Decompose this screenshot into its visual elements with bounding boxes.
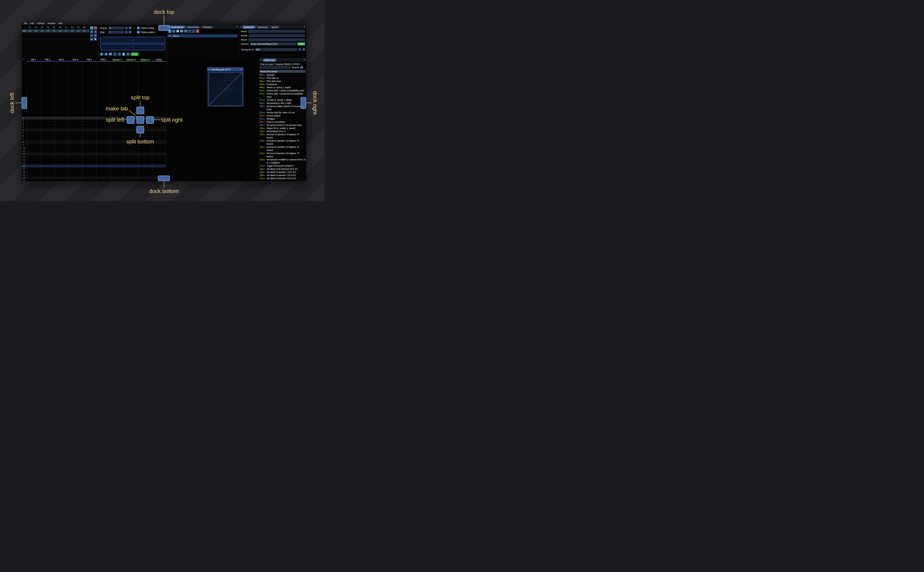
pattern-cell[interactable]: ... .. .. ... [69,132,83,134]
pattern-cell[interactable]: ... .. .. ... [55,138,69,140]
pattern-cell[interactable]: ... .. .. ... [41,159,55,161]
pattern-cell[interactable]: ... .. .. ... [124,159,138,161]
pattern-cell[interactable]: ... .. .. ... [82,150,96,152]
pattern-cell[interactable]: ... .. .. ... [26,168,41,170]
pattern-cell[interactable]: ... .. .. ... [26,147,41,149]
pattern-cell[interactable]: ... .. .. ... [26,171,41,173]
pattern-cell[interactable]: ... .. .. ... [110,153,124,155]
close-icon[interactable]: ✕ [304,59,305,61]
pattern-cell[interactable]: ... .. .. ... [96,159,110,161]
effect-list-menu-button[interactable]: ≡ [300,66,303,69]
pattern-cell[interactable]: ... .. .. ... [82,180,96,181]
split-target-top[interactable] [136,107,144,114]
order-edit-mode-button[interactable] [94,37,97,41]
octave-decrease-button[interactable]: - [125,26,128,29]
pattern-cell[interactable]: ... .. .. ... [110,156,124,158]
pattern-cell[interactable]: ... .. .. ... [96,180,110,181]
order-cell[interactable]: 00 [39,30,45,32]
pattern-cell[interactable]: ... .. .. ... [138,171,152,173]
pattern-cell[interactable]: ... .. .. ... [82,138,96,140]
pattern-cell[interactable]: ... .. .. ... [110,165,124,167]
tab-song-info[interactable]: Song Info [242,25,256,29]
order-cell[interactable]: 00 [69,30,75,32]
pattern-cell[interactable]: ... .. .. ... [124,156,138,158]
pattern-cell[interactable]: ... .. .. ... [82,129,96,131]
pattern-cell[interactable]: ... .. .. ... [152,150,166,152]
pattern-cell[interactable]: ... .. .. ... [138,165,152,167]
pattern-cell[interactable]: ... .. .. ... [96,135,110,137]
pattern-cell[interactable]: ... .. .. ... [138,153,152,155]
pattern-cell[interactable]: ... .. .. ... [96,129,110,131]
pattern-cell[interactable]: ... .. .. ... [26,129,41,131]
pattern-cell[interactable]: ... .. .. ... [110,129,124,131]
pattern-cell[interactable]: ... .. .. ... [55,147,69,149]
song-author-input[interactable] [249,34,305,37]
menu-item-file[interactable]: file [23,22,29,25]
pattern-cell[interactable]: ... .. .. ... [26,144,41,146]
pattern-cell[interactable]: ... .. .. ... [110,132,124,134]
asset-routing-button[interactable] [184,30,187,33]
order-cell[interactable]: 00 [63,30,69,32]
duplicate-asset-button[interactable]: ⧉ [172,30,175,33]
pattern-cell[interactable]: ... .. .. ... [82,126,96,128]
channel-header-fm-4[interactable]: FM 4 [69,58,83,62]
pattern-cell[interactable]: ... .. .. ... [138,168,152,170]
pattern-cell[interactable]: ... .. .. ... [55,144,69,146]
pattern-cell[interactable]: ... .. .. ... [152,153,166,155]
pattern-cell[interactable]: ... .. .. ... [82,162,96,164]
dock-target-left[interactable] [22,97,27,109]
pattern-cell[interactable]: ... .. .. ... [26,120,41,122]
pattern-cell[interactable]: ... .. .. ... [96,165,110,167]
pattern-cell[interactable]: ... .. .. ... [96,144,110,146]
pattern-cell[interactable]: ... .. .. ... [82,135,96,137]
pattern-cell[interactable]: ... .. .. ... [69,174,83,176]
pattern-cell[interactable]: ... .. .. ... [41,165,55,167]
pattern-cell[interactable]: ... .. .. ... [96,156,110,158]
tab-list-icon[interactable]: ▾ [240,26,242,29]
pattern-cell[interactable]: ... .. .. ... [26,126,41,128]
channel-header-square-1[interactable]: Square 1 [110,58,124,62]
pattern-cell[interactable]: ... .. .. ... [26,177,41,179]
channel-header-square-3[interactable]: Square 3 [138,58,152,62]
pattern-cell[interactable]: ... .. .. ... [55,153,69,155]
pattern-cell[interactable]: ... .. .. ... [55,120,69,122]
song-name-input[interactable] [248,30,305,33]
collapse-icon[interactable]: ▼ [209,68,210,70]
pattern-cell[interactable]: ... .. .. ... [110,168,124,170]
pattern-cell[interactable]: ... .. .. ... [69,120,83,122]
pattern-cell[interactable]: ... .. .. ... [152,159,166,161]
split-target-right[interactable] [146,116,154,124]
pattern-cell[interactable]: ... .. .. ... [96,162,110,164]
pattern-cell[interactable]: ... .. .. ... [138,147,152,149]
pattern-cell[interactable]: ... .. .. ... [69,177,83,179]
pattern-cell[interactable]: ... .. .. ... [96,123,110,125]
dock-target-bottom[interactable] [158,176,170,181]
pattern-cell[interactable]: ... .. .. ... [124,153,138,155]
tuning-decrease-button[interactable]: - [298,48,301,51]
pattern-cell[interactable]: ... .. .. ... [138,162,152,164]
pattern-cell[interactable]: ... .. .. ... [41,123,55,125]
pattern-cell[interactable]: ... .. .. ... [55,180,69,181]
channel-header-fm-5[interactable]: FM 5 [82,58,96,62]
pattern-cell[interactable]: ... .. .. ... [110,159,124,161]
pattern-cell[interactable]: ... .. .. ... [69,171,83,173]
pattern-cell[interactable]: ... .. .. ... [41,180,55,181]
pattern-cell[interactable]: ... .. .. ... [26,153,41,155]
tab-speed[interactable]: Speed [270,25,280,29]
duplicate-order-button[interactable]: ⧉ [90,30,93,33]
pattern-cell[interactable]: ... .. .. ... [152,147,166,149]
pattern-cell[interactable]: ... .. .. ... [26,141,41,143]
channel-header-fm-2[interactable]: FM 2 [41,58,55,62]
oscilloscope-xy-titlebar[interactable]: ▼ Oscilloscope (X-Y) ✕ [207,68,243,71]
pattern-cell[interactable]: ... .. .. ... [41,153,55,155]
tab-list-icon[interactable]: ▼ [259,59,262,62]
pattern-cell[interactable]: ... .. .. ... [41,168,55,170]
pattern-cell[interactable]: ... .. .. ... [82,159,96,161]
pattern-cell[interactable]: ... .. .. ... [124,171,138,173]
pattern-cell[interactable]: ... .. .. ... [124,150,138,152]
pattern-cell[interactable]: ... .. .. ... [82,141,96,143]
menu-item-settings[interactable]: settings [35,22,46,25]
pattern-cell[interactable]: ... .. .. ... [69,129,83,131]
pattern-cell[interactable]: ... .. .. ... [96,132,110,134]
pattern-cell[interactable]: ... .. .. ... [26,135,41,137]
